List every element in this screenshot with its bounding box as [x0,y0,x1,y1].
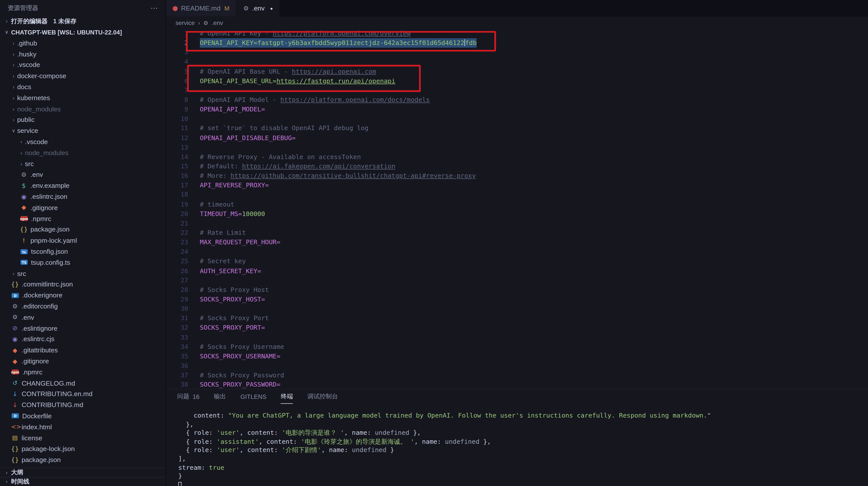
tree-file-tsup.config.ts[interactable]: TStsup.config.ts [0,257,165,268]
tree-folder-.vscode[interactable]: ›.vscode [0,60,165,71]
code-line-16[interactable]: 16# More: https://github.com/transitive-… [166,171,868,181]
code-line-6[interactable]: 6OPENAI_API_BASE_URL=https://fastgpt.run… [166,76,868,86]
code-line-3[interactable]: 3 [166,48,868,57]
tree-file-.gitattributes[interactable]: ◆.gitattributes [0,345,165,355]
code-line-8[interactable]: 8# OpenAI API Model - https://platform.o… [166,95,868,105]
tree-file-Dockerfile[interactable]: DDockerfile [0,410,165,422]
code-line-10[interactable]: 10 [166,114,868,124]
code-line-30[interactable]: 30 [166,304,868,314]
tree-file-license[interactable]: ▤license [0,433,165,444]
tree-folder-.vscode[interactable]: ›.vscode [0,136,165,147]
code-line-32[interactable]: 32SOCKS_PROXY_PORT= [166,323,868,333]
panel-tab-GITLENS[interactable]: GITLENS [240,389,266,404]
tree-file-package-lock.json[interactable]: {}package-lock.json [0,444,165,455]
tree-file-package.json[interactable]: {}package.json [0,224,165,235]
code-line-19[interactable]: 19# timeout [166,200,868,209]
tree-file-index.html[interactable]: <>index.html [0,422,165,433]
more-actions-icon[interactable]: ⋯ [151,3,158,12]
tree-folder-node_modules[interactable]: ›node_modules [0,104,165,114]
code-line-24[interactable]: 24 [166,247,868,257]
workspace-root-section[interactable]: ∨ CHATGPT-WEB [WSL: UBUNTU-22.04] [0,26,165,37]
timeline-section[interactable]: › 时间线 [0,477,165,486]
code-line-37[interactable]: 37# Socks Proxy Password [166,371,868,380]
npm-icon: npm [12,370,19,375]
breadcrumb-folder[interactable]: service [176,20,195,26]
tree-file-CONTRIBUTING.en.md[interactable]: ↓CONTRIBUTING.en.md [0,389,165,400]
tab-.env[interactable]: ⚙.env● [237,0,280,17]
tree-folder-public[interactable]: ›public [0,114,165,125]
code-line-38[interactable]: 38SOCKS_PROXY_PASSWORD= [166,380,868,389]
code-line-9[interactable]: 9OPENAI_API_MODEL= [166,105,868,114]
tree-file-.eslintrc.cjs[interactable]: ◉.eslintrc.cjs [0,334,165,345]
tree-file-.npmrc[interactable]: npm.npmrc [0,367,165,378]
code-line-13[interactable]: 13 [166,143,868,152]
code-line-2[interactable]: 2OPENAI_API_KEY=fastgpt-y6b3axfbdd5wyp01… [166,38,868,48]
code-line-29[interactable]: 29SOCKS_PROXY_HOST= [166,295,868,304]
tree-folder-.husky[interactable]: ›.husky [0,49,165,60]
breadcrumb-file[interactable]: .env [212,20,223,26]
panel-tab-问题[interactable]: 问题16 [177,389,199,404]
tree-folder-src[interactable]: ›src [0,268,165,279]
code-line-35[interactable]: 35SOCKS_PROXY_USERNAME= [166,352,868,361]
tree-file-.commitlintrc.json[interactable]: {}.commitlintrc.json [0,279,165,290]
tree-file-.env[interactable]: ⚙.env [0,312,165,323]
panel-tab-终端[interactable]: 终端 [281,389,293,404]
code-line-22[interactable]: 22# Rate Limit [166,228,868,238]
panel-tab-调试控制台[interactable]: 调试控制台 [307,389,338,404]
open-editors-section[interactable]: › 打开的编辑器 1 未保存 [0,16,165,26]
file-label: kubernetes [17,94,50,102]
code-line-15[interactable]: 15# Default: https://ai.fakeopen.com/api… [166,162,868,171]
line-text: SOCKS_PROXY_HOST= [200,295,265,304]
code-line-36[interactable]: 36 [166,361,868,371]
tab-README.md[interactable]: README.mdM [166,0,237,17]
code-line-28[interactable]: 28# Socks Proxy Host [166,285,868,295]
tree-file-.env[interactable]: ⚙.env [0,169,165,180]
tree-folder-kubernetes[interactable]: ›kubernetes [0,92,165,104]
code-line-11[interactable]: 11# set `true` to disable OpenAI API deb… [166,124,868,133]
code-line-17[interactable]: 17API_REVERSE_PROXY= [166,181,868,190]
code-line-7[interactable]: 7 [166,86,868,95]
tree-file-CONTRIBUTING.md[interactable]: ↓CONTRIBUTING.md [0,400,165,410]
tree-folder-docker-compose[interactable]: ›docker-compose [0,71,165,82]
code-line-5[interactable]: 5# OpenAI API Base URL - https://api.ope… [166,67,868,76]
tree-folder-service[interactable]: ∨service [0,125,165,136]
tree-file-.eslintrc.json[interactable]: ◉.eslintrc.json [0,191,165,202]
code-line-31[interactable]: 31# Socks Proxy Port [166,314,868,323]
tree-file-.gitignore[interactable]: ◆.gitignore [0,202,165,213]
tree-file-.editorconfig[interactable]: ⚙.editorconfig [0,301,165,312]
code-editor[interactable]: 1# OpenAI API Key - https://platform.ope… [166,29,868,389]
tree-file-.dockerignore[interactable]: D.dockerignore [0,290,165,301]
terminal[interactable]: content: "You are ChatGPT, a large langu… [166,404,868,486]
terminal-token: , content: [240,429,282,436]
code-line-25[interactable]: 25# Secret key [166,257,868,266]
tree-file-.npmrc[interactable]: npm.npmrc [0,213,165,224]
tree-file-pnpm-lock.yaml[interactable]: !pnpm-lock.yaml [0,235,165,246]
gear-icon: ⚙ [203,20,208,26]
code-line-18[interactable]: 18 [166,190,868,200]
code-line-12[interactable]: 12OPENAI_API_DISABLE_DEBUG= [166,133,868,143]
code-line-4[interactable]: 4 [166,57,868,67]
tree-folder-.github[interactable]: ›.github [0,38,165,49]
tree-folder-node_modules[interactable]: ›node_modules [0,147,165,158]
tree-file-.env.example[interactable]: $.env.example [0,180,165,191]
code-line-26[interactable]: 26AUTH_SECRET_KEY= [166,266,868,276]
panel-tab-输出[interactable]: 输出 [214,389,226,404]
code-line-33[interactable]: 33 [166,333,868,342]
code-line-23[interactable]: 23MAX_REQUEST_PER_HOUR= [166,238,868,247]
outline-section[interactable]: › 大纲 [0,467,165,477]
code-line-14[interactable]: 14# Reverse Proxy - Available on accessT… [166,152,868,162]
tree-file-tsconfig.json[interactable]: tstsconfig.json [0,246,165,257]
token: 100000 [242,210,265,218]
code-line-1[interactable]: 1# OpenAI API Key - https://platform.ope… [166,29,868,38]
tree-folder-src[interactable]: ›src [0,158,165,169]
file-label: .commitlintrc.json [22,281,73,288]
tree-file-.eslintignore[interactable]: ⊘.eslintignore [0,323,165,334]
code-line-20[interactable]: 20TIMEOUT_MS=100000 [166,209,868,219]
tree-file-package.json[interactable]: {}package.json [0,454,165,465]
tree-file-.gitignore[interactable]: ◆.gitignore [0,355,165,367]
tree-file-CHANGELOG.md[interactable]: ↺CHANGELOG.md [0,378,165,389]
tree-folder-docs[interactable]: ›docs [0,81,165,92]
code-line-27[interactable]: 27 [166,276,868,285]
code-line-21[interactable]: 21 [166,219,868,228]
code-line-34[interactable]: 34# Socks Proxy Username [166,342,868,352]
